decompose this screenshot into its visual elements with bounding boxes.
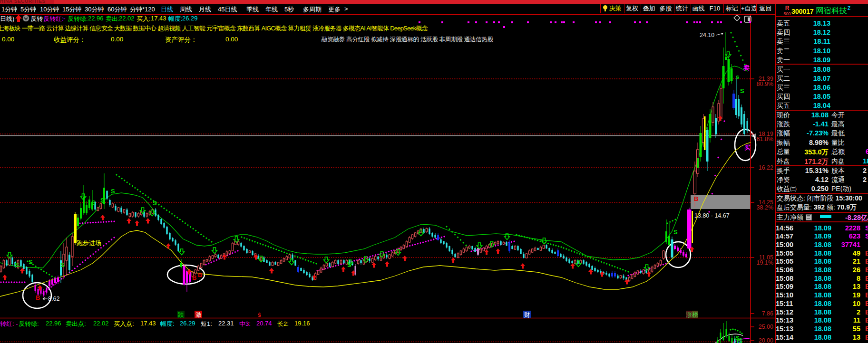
- svg-text:S: S: [91, 199, 96, 206]
- svg-text:买: 买: [744, 144, 751, 151]
- svg-text:卖: 卖: [743, 64, 750, 71]
- svg-text:S: S: [60, 261, 65, 268]
- svg-text:24.10: 24.10: [700, 32, 714, 38]
- svg-text:B: B: [198, 271, 202, 278]
- svg-text:S: S: [111, 188, 115, 195]
- svg-text:跌: 跌: [178, 312, 184, 318]
- svg-text:跑步进场: 跑步进场: [77, 239, 101, 247]
- svg-text:25.00: 25.00: [759, 324, 773, 330]
- svg-text:S: S: [673, 229, 678, 236]
- svg-text:ŝ: ŝ: [258, 312, 261, 318]
- svg-text:S: S: [100, 197, 105, 204]
- svg-text:S: S: [29, 258, 33, 266]
- svg-text:61.8%: 61.8%: [757, 136, 773, 143]
- svg-text:7.86: 7.86: [762, 310, 773, 317]
- svg-text:S: S: [347, 261, 351, 268]
- svg-text:S: S: [15, 261, 19, 268]
- svg-text:激: 激: [195, 312, 202, 318]
- svg-text:B: B: [192, 274, 196, 281]
- svg-text:19.1%: 19.1%: [757, 259, 773, 266]
- svg-text:财: 财: [524, 312, 530, 318]
- svg-text:S: S: [739, 338, 742, 343]
- svg-text:涨榜: 涨榜: [686, 312, 698, 318]
- svg-text:38.2%: 38.2%: [757, 204, 773, 211]
- svg-text:s: s: [736, 73, 739, 80]
- svg-text:S: S: [740, 87, 744, 95]
- svg-text:20.00: 20.00: [759, 337, 773, 343]
- svg-text:80.9%: 80.9%: [757, 81, 773, 87]
- svg-text:B: B: [694, 195, 698, 202]
- svg-text:S: S: [153, 200, 157, 207]
- svg-text:13.80 - 14.67: 13.80 - 14.67: [694, 212, 730, 219]
- svg-text:B: B: [36, 294, 40, 301]
- svg-text:16.22: 16.22: [759, 164, 773, 171]
